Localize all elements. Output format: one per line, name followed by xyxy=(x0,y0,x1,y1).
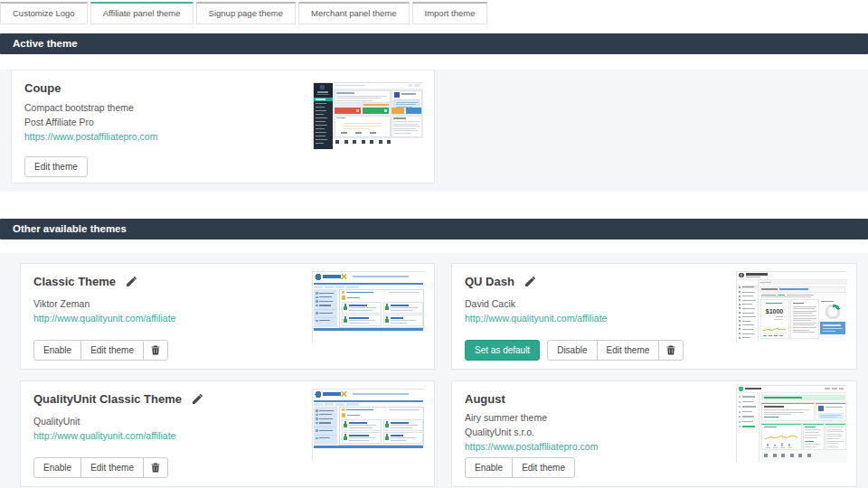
coupe-theme-thumbnail xyxy=(313,82,423,149)
theme-card-august: August Airy summer theme QualityUnit s.r… xyxy=(451,380,857,487)
delete-theme-button[interactable] xyxy=(143,457,168,478)
enable-theme-button[interactable]: Enable xyxy=(465,457,513,478)
trash-icon xyxy=(151,463,160,473)
edit-theme-button[interactable]: Edit theme xyxy=(597,340,660,361)
qu-dash-theme-thumbnail: $1000 xyxy=(736,271,847,342)
pencil-icon[interactable] xyxy=(525,277,535,286)
theme-url-link[interactable]: http://www.qualityunit.com/affiliate xyxy=(33,313,175,324)
theme-card-qu-dash: QU Dash David Cacik http://www.qualityun… xyxy=(451,263,857,370)
edit-theme-button[interactable]: Edit theme xyxy=(512,457,575,478)
theme-name: August xyxy=(465,392,505,406)
theme-url-link[interactable]: https://www.postaffiliatepro.com xyxy=(465,441,598,452)
theme-url-link[interactable]: http://www.qualityunit.com/affiliate xyxy=(33,430,175,441)
theme-actions-group: Enable Edit theme xyxy=(465,457,575,478)
trash-icon xyxy=(666,345,675,355)
tab-affiliate-panel-theme[interactable]: Affiliate panel theme xyxy=(90,2,193,24)
active-theme-section-header: Active theme xyxy=(0,33,868,54)
qualityunit-classic-theme-thumbnail xyxy=(312,389,425,461)
theme-actions: Set as default Disable Edit theme xyxy=(465,340,684,361)
theme-card-coupe: Coupe Compact bootstrap theme Post Affil… xyxy=(11,70,435,183)
edit-theme-button[interactable]: Edit theme xyxy=(80,340,144,361)
disable-theme-button[interactable]: Disable xyxy=(547,340,597,361)
tab-customize-logo[interactable]: Customize Logo xyxy=(0,2,88,24)
qu-dash-amount-text: $1000 xyxy=(766,308,784,315)
theme-url-link[interactable]: http://www.qualityunit.com/affiliate xyxy=(465,313,607,324)
august-theme-thumbnail xyxy=(736,385,847,463)
theme-actions-group: Disable Edit theme xyxy=(547,340,684,361)
theme-actions: Enable Edit theme xyxy=(33,340,168,361)
enable-theme-button[interactable]: Enable xyxy=(33,340,81,361)
pencil-icon[interactable] xyxy=(127,277,137,286)
other-themes-grid: Classic Theme Viktor Zeman http://www.qu… xyxy=(20,263,857,487)
page-root: Customize Logo Affiliate panel theme Sig… xyxy=(0,0,868,488)
classic-theme-thumbnail xyxy=(312,271,425,343)
theme-actions: Enable Edit theme xyxy=(465,457,575,478)
pencil-icon[interactable] xyxy=(193,394,203,404)
tab-merchant-panel-theme[interactable]: Merchant panel theme xyxy=(298,2,410,24)
delete-theme-button[interactable] xyxy=(143,340,168,361)
theme-name: QualityUnit Classic Theme xyxy=(33,392,182,406)
theme-actions-group: Enable Edit theme xyxy=(33,457,168,478)
theme-name: Classic Theme xyxy=(33,275,116,288)
edit-theme-button[interactable]: Edit theme xyxy=(24,156,88,177)
theme-actions: Edit theme xyxy=(24,156,88,177)
tab-import-theme[interactable]: Import theme xyxy=(412,2,488,24)
other-themes-section-header: Other available themes xyxy=(0,219,868,239)
set-as-default-button[interactable]: Set as default xyxy=(465,340,540,361)
theme-url-link[interactable]: https://www.postaffiliatepro.com xyxy=(24,131,157,142)
enable-theme-button[interactable]: Enable xyxy=(33,457,81,478)
trash-icon xyxy=(151,345,160,355)
other-themes-band: Classic Theme Viktor Zeman http://www.qu… xyxy=(0,253,868,488)
theme-name: QU Dash xyxy=(465,275,514,288)
theme-actions: Enable Edit theme xyxy=(33,457,168,478)
delete-theme-button[interactable] xyxy=(658,340,684,361)
theme-actions-group: Enable Edit theme xyxy=(33,340,168,361)
theme-card-classic: Classic Theme Viktor Zeman http://www.qu… xyxy=(20,263,435,370)
edit-theme-button[interactable]: Edit theme xyxy=(80,457,144,478)
active-theme-band: Coupe Compact bootstrap theme Post Affil… xyxy=(0,70,868,192)
theme-tabbar: Customize Logo Affiliate panel theme Sig… xyxy=(0,0,868,24)
theme-card-qualityunit-classic: QualityUnit Classic Theme QualityUnit ht… xyxy=(20,380,435,487)
tab-signup-page-theme[interactable]: Signup page theme xyxy=(196,2,296,24)
